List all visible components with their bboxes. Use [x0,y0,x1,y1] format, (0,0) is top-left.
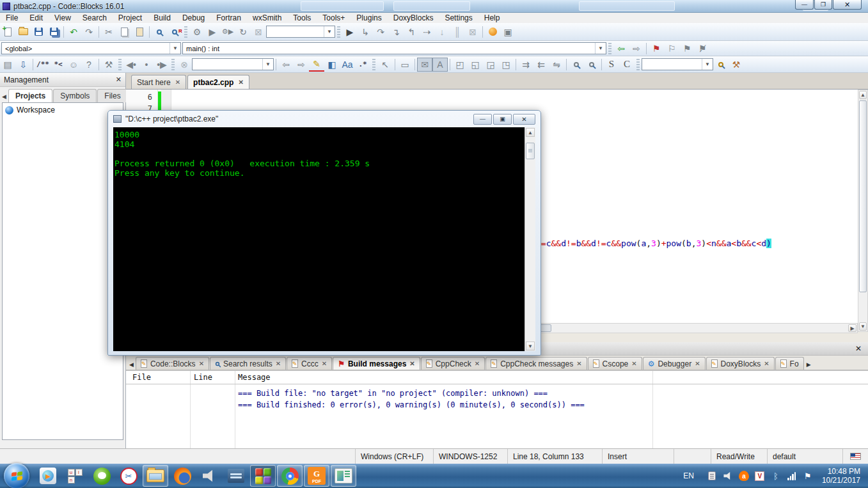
close-icon[interactable]: ✕ [764,360,769,367]
hidden-icons-icon[interactable] [707,471,717,481]
column-header-line[interactable]: Line [194,371,212,384]
close-icon[interactable]: ✕ [116,75,122,84]
match-whole-word-button[interactable]: Aa [340,58,355,72]
column-header-message[interactable]: Message [238,371,271,384]
taskbar-display-settings[interactable] [223,465,249,487]
close-icon[interactable]: ✕ [199,360,204,367]
fit-horizontal-button[interactable]: ⇋ [549,58,564,72]
menu-wxsmith[interactable]: wxSmith [247,13,287,22]
step-into-button[interactable]: ↴ [388,25,404,39]
redo-button[interactable]: ↷ [81,25,97,39]
menu-debug[interactable]: Debug [177,13,210,22]
bluetooth-icon[interactable]: ᛒ [771,471,781,481]
log-tab-cppcheck[interactable]: CppCheck✕ [421,357,485,370]
close-icon[interactable]: ✕ [409,360,414,367]
close-icon[interactable]: ✕ [695,360,700,367]
wxsmith-frame-button[interactable]: ▭ [397,58,413,72]
build-message-row[interactable]: === Build file: "no target" in "no proje… [238,389,548,398]
scroll-up-icon[interactable]: ▲ [859,91,867,99]
tab-files[interactable]: Files [97,89,127,102]
build-messages-table[interactable]: File Line Message === Build file: "no ta… [126,370,868,448]
regex-button[interactable]: .* [355,58,370,72]
highlight-prev-button[interactable]: ⇦ [278,58,294,72]
build-target-combo[interactable]: ▼ [266,26,335,38]
taskbar-image-viewer[interactable] [331,465,356,487]
incremental-search-combo[interactable]: ▼ [192,58,274,70]
taskbar-clock[interactable]: 10:48 PM 10/21/2017 [817,467,868,485]
expand-horizontal-button[interactable]: ⇉ [518,58,533,72]
close-icon[interactable]: ✕ [576,360,581,367]
run-button[interactable]: ▶ [205,25,220,39]
current-call-button[interactable]: • [139,58,154,72]
cscope-search-combo[interactable]: ▼ [642,58,713,70]
find-button[interactable] [152,25,167,39]
next-bookmark-button[interactable]: ⚑ [679,42,695,56]
cscope-find-button[interactable] [713,58,729,72]
log-tab-build-messages[interactable]: ⚑Build messages✕ [333,357,420,370]
minimize-button[interactable]: — [473,114,492,125]
forward-button[interactable]: ⇨ [629,42,644,56]
align-left-button[interactable]: ◰ [452,58,468,72]
save-all-button[interactable] [46,25,61,39]
wxsmith-text-button[interactable]: A [432,58,448,72]
log-tab-search-results[interactable]: Search results✕ [210,357,286,370]
menu-view[interactable]: View [49,13,77,22]
taskbar-volume-mixer[interactable] [196,465,222,487]
close-icon[interactable]: ✕ [475,360,480,367]
build-button[interactable]: ⚙ [189,25,205,39]
new-file-button[interactable] [0,25,15,39]
close-icon[interactable]: ✕ [276,360,281,367]
menu-edit[interactable]: Edit [24,13,49,22]
next-call-button[interactable]: •▶ [154,58,170,72]
taskbar-foxit-reader[interactable]: GPDF [304,465,329,487]
zoom-out-button[interactable] [584,58,599,72]
save-button[interactable] [31,25,46,39]
taskbar-windows-media-player[interactable]: ▶ [35,465,61,487]
debugging-windows-button[interactable] [485,25,500,39]
highlight-occurrences-button[interactable]: ✎ [309,58,324,72]
scope-combo[interactable]: <global>▼ [1,42,181,54]
clear-bookmarks-button[interactable]: ⚑̸ [695,42,710,56]
log-tab-cppcheck-messages[interactable]: CppCheck messages✕ [485,357,587,370]
close-icon[interactable]: ✕ [238,79,243,86]
menu-fortran[interactable]: Fortran [210,13,247,22]
menu-search[interactable]: Search [77,13,113,22]
log-tab-doxyblocks[interactable]: DoxyBlocks✕ [706,357,775,370]
doxy-insert-button[interactable]: ⇩ [15,58,31,72]
menu-doxyblocks[interactable]: DoxyBlocks [388,13,439,22]
scroll-right-icon[interactable]: ▶ [848,324,856,332]
zoom-in-button[interactable] [569,58,584,72]
symbols-browser-button[interactable]: S [604,58,619,72]
scroll-up-icon[interactable]: ▲ [526,128,535,137]
chevron-down-icon[interactable]: ▼ [170,43,180,54]
match-case-button[interactable]: ◧ [324,58,340,72]
editor-tab-start-here[interactable]: Start here ✕ [131,75,186,89]
step-into-instruction-button[interactable]: ↓ [434,25,450,39]
clear-search-button[interactable]: ⊗ [177,58,192,72]
next-instruction-button[interactable]: ⇢ [419,25,434,39]
tabs-scroll-right-icon[interactable]: ▶ [805,361,813,370]
doxy-extract-docs-button[interactable]: ▤ [0,58,15,72]
doxy-whats-this-button[interactable]: ☺ [66,58,81,72]
cut-button[interactable]: ✂ [101,25,116,39]
scroll-down-icon[interactable]: ▼ [526,342,535,350]
console-titlebar[interactable]: "D:\c++ project\ptbac2.exe" — ▣ ✕ [108,111,541,127]
stop-debugger-button[interactable]: ⊠ [465,25,480,39]
tabs-scroll-left-icon[interactable]: ◀ [1,93,8,102]
log-tab-cscope[interactable]: Cscope✕ [588,357,642,370]
scrollbar-thumb[interactable] [859,100,867,292]
maximize-button[interactable]: ▣ [493,114,512,125]
editor-vertical-scrollbar[interactable]: ▲ ▼ [858,90,868,332]
taskbar-unikey[interactable]: uin [62,465,88,487]
shrink-horizontal-button[interactable]: ⇇ [533,58,549,72]
close-icon[interactable]: ✕ [631,360,636,367]
open-file-button[interactable] [15,25,31,39]
start-button[interactable] [4,463,29,488]
taskbar-coccoc-browser[interactable] [89,465,114,487]
console-scrollbar[interactable]: ▲ ▼ [525,127,535,351]
console-output[interactable]: 100004104Process returned 0 (0x0) execut… [113,127,525,351]
cscope-settings-button[interactable]: ⚒ [729,58,744,72]
avast-icon[interactable]: a [739,471,749,481]
console-window[interactable]: "D:\c++ project\ptbac2.exe" — ▣ ✕ 100004… [107,110,541,356]
close-icon[interactable]: ✕ [855,344,868,353]
